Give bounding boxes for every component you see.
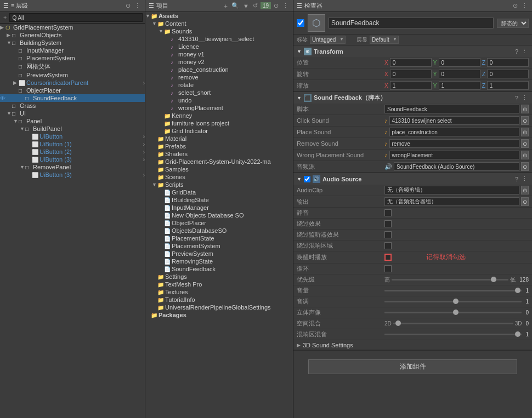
scale-x-input[interactable] [390, 81, 432, 90]
project-search-btn[interactable]: 🔍 [230, 2, 240, 10]
add-component-btn[interactable]: 添加组件 [308, 359, 517, 374]
audioclip-dot-btn[interactable]: ⊙ [521, 186, 529, 194]
bypass-reverb-checkbox[interactable] [384, 242, 392, 249]
object-name-input[interactable] [329, 18, 494, 28]
project-item[interactable]: ▼📁Sounds [145, 27, 293, 35]
hierarchy-lock-btn[interactable]: ⊙ [124, 2, 132, 10]
project-item[interactable]: 📄SoundFeedback [145, 265, 293, 273]
click-sound-dot-btn[interactable]: ⊙ [521, 116, 529, 125]
project-item[interactable]: 📁Samples [145, 165, 293, 173]
project-item[interactable]: 📄New Objects Database SO [145, 211, 293, 219]
hierarchy-add-btn[interactable]: + [2, 14, 8, 21]
hierarchy-item[interactable]: ▶⬡GridPlacementSystem [0, 24, 145, 31]
hierarchy-item[interactable]: ⬜UiButton (3)› [0, 156, 145, 163]
project-item[interactable]: ♪money v2 [145, 58, 293, 66]
static-dropdown[interactable]: 静态的 [497, 19, 529, 28]
hierarchy-item[interactable]: □PreviewSystem [0, 71, 145, 79]
layer-dropdown[interactable]: Default [370, 36, 399, 44]
project-more-btn[interactable]: ⋮ [281, 2, 290, 10]
hierarchy-more-btn[interactable]: ⋮ [133, 2, 142, 10]
transform-help-btn[interactable]: ? [514, 48, 519, 55]
hierarchy-item[interactable]: □ObjectPlacer [0, 87, 145, 94]
project-menu-icon[interactable]: ☰ [149, 2, 154, 9]
sound-feedback-help-btn[interactable]: ? [514, 94, 519, 102]
project-item[interactable]: 📄ObjectsDatabaseSO [145, 227, 293, 234]
hierarchy-search-input[interactable] [9, 13, 143, 22]
project-item[interactable]: ♪Licence [145, 43, 293, 50]
hierarchy-item[interactable]: □InputManager [0, 47, 145, 54]
project-item[interactable]: ♪select_short [145, 89, 293, 96]
project-item[interactable]: ♪money v1 [145, 50, 293, 58]
hierarchy-item[interactable]: □PlacementSystem [0, 54, 145, 62]
transform-settings-btn[interactable]: ⋮ [520, 47, 529, 55]
hierarchy-item[interactable]: 👁 □SoundFeedback [0, 94, 145, 102]
project-item[interactable]: 📄PlacementState [145, 234, 293, 242]
audio-source-active-checkbox[interactable] [304, 176, 310, 182]
project-add-btn[interactable]: + [223, 2, 229, 10]
audio-source-settings-btn[interactable]: ⋮ [520, 175, 529, 183]
project-item[interactable]: 📁UniversalRenderPipelineGlobalSettings [145, 304, 293, 311]
hierarchy-item[interactable]: ⬜UiButton› [0, 133, 145, 140]
tag-dropdown[interactable]: Untagged [310, 36, 346, 44]
project-item[interactable]: 📁TextMesh Pro [145, 280, 293, 288]
project-item[interactable]: 📁Settings [145, 273, 293, 280]
audio-source-header[interactable]: ▼ 🔊 Audio Source ? ⋮ [293, 173, 532, 185]
project-item[interactable]: 📄InputManager [145, 204, 293, 211]
hierarchy-item[interactable]: ⬜UiButton (2)› [0, 148, 145, 156]
hierarchy-item[interactable]: ▼□BuildingSystem [0, 39, 145, 47]
project-item[interactable]: 📁Grid-Placement-System-Unity-2022-ma [145, 158, 293, 165]
pos-y-input[interactable] [439, 58, 480, 67]
project-item[interactable]: 📁Material [145, 135, 293, 142]
project-item[interactable]: ♪rotate [145, 81, 293, 89]
sound-feedback-settings-btn[interactable]: ⋮ [520, 94, 529, 102]
hierarchy-item[interactable]: □网格父体 [0, 62, 145, 71]
pos-x-input[interactable] [390, 58, 432, 67]
spatial-slider[interactable] [393, 323, 513, 324]
project-item[interactable]: ▼📁Scripts [145, 181, 293, 188]
project-item[interactable]: 📄ObjectPlacer [145, 219, 293, 227]
project-item[interactable]: 📄RemovingState [145, 257, 293, 265]
hierarchy-item[interactable]: ▼□RemovePanel [0, 163, 145, 171]
inspector-lock-btn[interactable]: ⊙ [512, 2, 519, 10]
hierarchy-item[interactable]: ▼□Panel [0, 117, 145, 125]
project-item[interactable]: ▼📁Assets [145, 12, 293, 20]
project-item[interactable]: 📁Shaders [145, 150, 293, 158]
audio-source-help-btn[interactable]: ? [514, 175, 519, 183]
project-filter-btn[interactable]: ▼ [242, 2, 250, 10]
loop-checkbox[interactable] [384, 265, 392, 272]
rot-x-input[interactable] [390, 70, 432, 78]
project-item[interactable]: 📁Prefabs [145, 142, 293, 150]
script-dot-btn[interactable]: ⊙ [521, 105, 529, 113]
hierarchy-item[interactable]: □Grass [0, 102, 145, 110]
reverb-slider[interactable] [384, 334, 522, 335]
3d-sound-row[interactable]: ▶ 3D Sound Settings [293, 340, 532, 350]
project-item[interactable]: 📄PlacementSystem [145, 242, 293, 250]
hierarchy-item[interactable]: ▼□BuildPanel [0, 125, 145, 133]
project-item[interactable]: ♪remove [145, 73, 293, 81]
project-item[interactable]: ♪undo [145, 96, 293, 104]
inspector-more-btn[interactable]: ⋮ [520, 2, 529, 10]
pitch-slider[interactable] [384, 301, 522, 302]
project-item[interactable]: ♪wrongPlacement [145, 104, 293, 112]
sound-feedback-header[interactable]: ▼ ⬛ Sound Feedback（脚本） ? ⋮ [293, 92, 532, 104]
project-item[interactable]: 📁Packages [145, 311, 293, 319]
hierarchy-menu-icon[interactable]: ☰ [3, 2, 9, 9]
project-refresh-btn[interactable]: ↺ [252, 2, 259, 10]
project-item[interactable]: 📁Textures [145, 288, 293, 296]
project-item[interactable]: 📁Scenes [145, 173, 293, 181]
rot-z-input[interactable] [487, 70, 529, 78]
hierarchy-item[interactable]: ⬜UiButton (3)› [0, 171, 145, 179]
project-item[interactable]: 📄IBuildingState [145, 196, 293, 204]
project-item[interactable]: ♪413310__tieswijnen__select [145, 35, 293, 43]
project-item[interactable]: 📄GridData [145, 188, 293, 196]
project-item[interactable]: ▼📁Content [145, 20, 293, 27]
project-item[interactable]: ♪place_construction [145, 66, 293, 73]
output-dot-btn[interactable]: ⊙ [521, 197, 529, 206]
inspector-menu-icon[interactable]: ☰ [297, 2, 302, 9]
project-lock-btn[interactable]: ⊙ [273, 2, 280, 10]
bypass-effects-checkbox[interactable] [384, 220, 392, 227]
mute-checkbox[interactable] [384, 209, 392, 216]
object-active-checkbox[interactable] [297, 19, 304, 27]
project-item[interactable]: 📁TutorialInfo [145, 296, 293, 304]
scale-z-input[interactable] [487, 81, 529, 90]
